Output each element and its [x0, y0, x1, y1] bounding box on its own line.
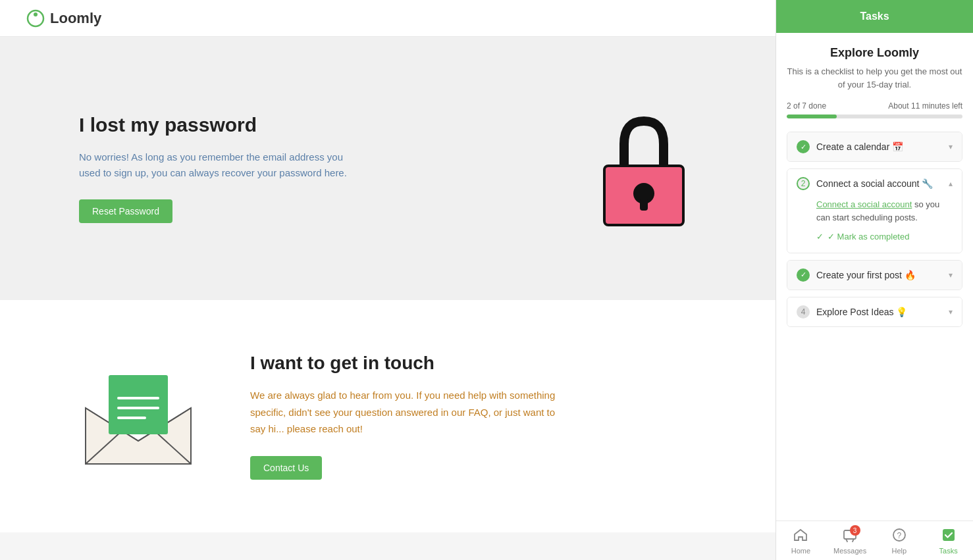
tasks-header-label: Tasks — [860, 11, 889, 22]
tasks-icon — [941, 528, 956, 532]
connect-social-account-link[interactable]: Connect a social account — [816, 199, 912, 209]
task-4-label: Explore Post Ideas 💡 — [816, 307, 907, 317]
task-1-check-icon: ✓ — [797, 140, 810, 153]
task-item-4-left: 4 Explore Post Ideas 💡 — [797, 305, 907, 318]
task-item-1-header[interactable]: ✓ Create a calendar 📅 ▾ — [787, 132, 962, 161]
task-item-3-left: ✓ Create your first post 🔥 — [797, 268, 916, 282]
tasks-progress-row: 2 of 7 done About 11 minutes left — [787, 101, 962, 111]
contact-heading: I want to get in touch — [250, 353, 566, 374]
task-item-2-header[interactable]: 2 Connect a social account 🔧 ▴ — [787, 169, 962, 198]
task-2-number: 2 — [797, 177, 810, 190]
tasks-progress-bar — [787, 115, 962, 118]
envelope-illustration — [79, 362, 197, 470]
logo-icon — [26, 9, 45, 28]
task-item-3: ✓ Create your first post 🔥 ▾ — [787, 260, 962, 290]
task-item-1-left: ✓ Create a calendar 📅 — [797, 140, 903, 153]
svg-rect-11 — [109, 375, 168, 434]
task-3-chevron-icon: ▾ — [949, 270, 953, 280]
tasks-title: Explore Loomly — [787, 46, 962, 60]
main-content: I lost my password No worries! As long a… — [0, 37, 776, 532]
password-text-side: I lost my password No worries! As long a… — [79, 114, 355, 223]
task-2-label: Connect a social account 🔧 — [816, 178, 933, 189]
task-item-1: ✓ Create a calendar 📅 ▾ — [787, 132, 962, 162]
contact-section: I want to get in touch We are always gla… — [0, 300, 776, 532]
logo-text: Loomly — [50, 10, 101, 27]
tasks-time-left: About 11 minutes left — [888, 101, 962, 111]
task-2-description: Connect a social account so you can star… — [816, 199, 939, 222]
task-1-chevron-icon: ▾ — [949, 142, 953, 151]
contact-text-side: I want to get in touch We are always gla… — [250, 353, 566, 480]
password-heading: I lost my password — [79, 114, 355, 136]
task-1-label: Create a calendar 📅 — [816, 141, 903, 152]
contact-description: We are always glad to hear from you. If … — [250, 387, 566, 438]
task-4-number: 4 — [797, 305, 810, 318]
task-item-2: 2 Connect a social account 🔧 ▴ Connect a… — [787, 168, 962, 253]
tasks-panel: Tasks Explore Loomly This is a checklist… — [776, 0, 973, 532]
logo: Loomly — [26, 9, 101, 28]
task-2-chevron-icon: ▴ — [949, 179, 953, 188]
password-description: No worries! As long as you remember the … — [79, 149, 355, 181]
tasks-progress-text: 2 of 7 done — [787, 101, 826, 111]
task-4-chevron-icon: ▾ — [949, 307, 953, 317]
password-section: I lost my password No worries! As long a… — [0, 37, 776, 300]
svg-rect-18 — [943, 529, 955, 532]
task-item-4-header[interactable]: 4 Explore Post Ideas 💡 ▾ — [787, 297, 962, 326]
task-item-2-left: 2 Connect a social account 🔧 — [797, 177, 933, 190]
tasks-bottom-nav: Home 3 Messages ? Help — [776, 521, 973, 532]
task-2-expanded: Connect a social account so you can star… — [787, 198, 962, 253]
help-icon: ? — [892, 528, 907, 532]
task-item-3-header[interactable]: ✓ Create your first post 🔥 ▾ — [787, 261, 962, 290]
reset-password-button[interactable]: Reset Password — [79, 199, 172, 223]
task-2-mark-complete[interactable]: ✓ ✓ Mark as completed — [816, 230, 953, 243]
task-3-label: Create your first post 🔥 — [816, 270, 916, 280]
svg-rect-5 — [640, 199, 648, 211]
tasks-subtitle: This is a checklist to help you get the … — [787, 65, 962, 91]
task-3-check-icon: ✓ — [797, 268, 810, 282]
lock-illustration — [591, 108, 697, 229]
bottom-nav-tasks[interactable]: Tasks — [924, 521, 973, 532]
task-item-4: 4 Explore Post Ideas 💡 ▾ — [787, 297, 962, 327]
svg-text:?: ? — [897, 531, 901, 532]
tasks-panel-header: Tasks — [776, 0, 973, 33]
mark-complete-label: ✓ Mark as completed — [828, 230, 909, 243]
bottom-nav-messages[interactable]: 3 Messages — [826, 521, 875, 532]
home-icon — [793, 528, 808, 532]
checkmark-icon: ✓ — [816, 230, 824, 243]
tasks-body: Explore Loomly This is a checklist to he… — [776, 33, 973, 521]
tasks-progress-fill — [787, 115, 837, 118]
contact-us-button[interactable]: Contact Us — [250, 456, 322, 480]
bottom-nav-help[interactable]: ? Help — [875, 521, 924, 532]
svg-point-1 — [34, 13, 38, 16]
bottom-nav-home[interactable]: Home — [776, 521, 826, 532]
messages-badge: 3 — [850, 525, 860, 532]
